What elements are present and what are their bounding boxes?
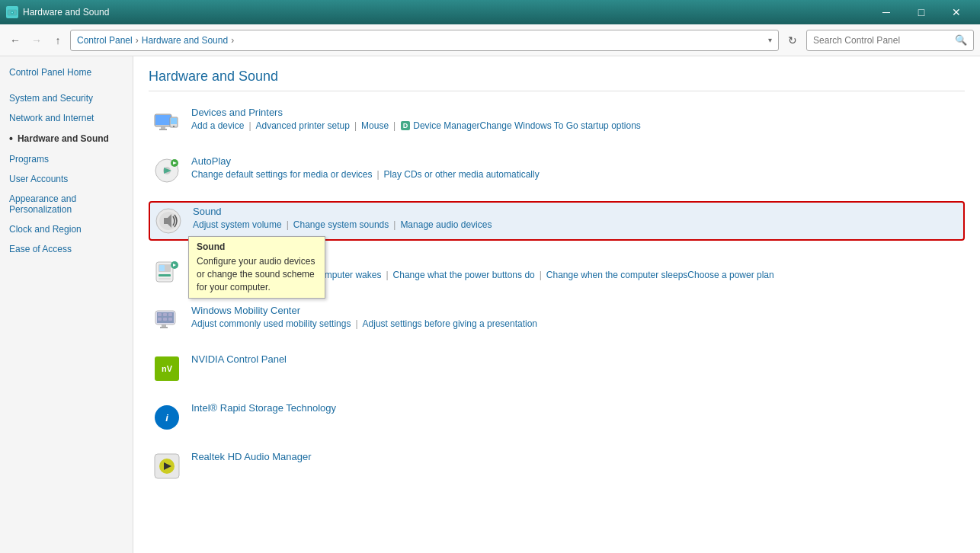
forward-button[interactable]: → xyxy=(27,31,46,50)
breadcrumb: Control Panel › Hardware and Sound › ▾ xyxy=(70,30,779,51)
devices-content: Devices and Printers Add a device | Adva… xyxy=(191,107,962,131)
main-container: Control Panel Home System and Security N… xyxy=(0,56,980,553)
svg-text:nV: nV xyxy=(162,364,173,373)
sidebar-item-home[interactable]: Control Panel Home xyxy=(0,62,133,82)
close-button[interactable]: ✕ xyxy=(939,0,974,24)
nvidia-content: NVIDIA Control Panel xyxy=(191,353,962,367)
devices-link-add[interactable]: Add a device xyxy=(191,120,244,131)
sound-title[interactable]: Sound xyxy=(193,206,960,217)
breadcrumb-hardwareandsound[interactable]: Hardware and Sound xyxy=(142,35,228,46)
power-link-buttons[interactable]: Change what the power buttons do xyxy=(393,270,535,280)
title-bar-left: Hardware and Sound xyxy=(6,6,109,18)
maximize-button[interactable]: □ xyxy=(904,0,939,24)
intel-content: Intel® Rapid Storage Technology xyxy=(191,402,962,416)
section-devices: Devices and Printers Add a device | Adva… xyxy=(149,104,965,140)
title-bar-icon xyxy=(6,6,18,18)
search-box: 🔍 xyxy=(806,30,974,51)
autoplay-content: AutoPlay Change default settings for med… xyxy=(191,155,962,180)
search-input[interactable] xyxy=(813,35,955,46)
sidebar-item-useraccounts[interactable]: User Accounts xyxy=(0,169,133,189)
svg-text:i: i xyxy=(165,412,168,424)
sound-content: Sound Adjust system volume | Change syst… xyxy=(193,206,960,230)
content-area: Hardware and Sound Devices and Printers … xyxy=(133,56,980,553)
section-mobility: Windows Mobility Center Adjust commonly … xyxy=(149,302,965,338)
devices-link-mouse[interactable]: Mouse xyxy=(361,120,389,131)
address-bar: ← → ↑ Control Panel › Hardware and Sound… xyxy=(0,24,980,56)
svg-rect-24 xyxy=(159,274,171,276)
sound-link-sounds[interactable]: Change system sounds xyxy=(293,219,389,230)
svg-rect-8 xyxy=(171,118,177,124)
svg-rect-37 xyxy=(168,318,172,321)
realtek-icon xyxy=(152,451,182,481)
sound-tooltip: Sound Configure your audio devices or ch… xyxy=(188,236,325,299)
sidebar-item-network[interactable]: Network and Internet xyxy=(0,108,133,128)
devices-link-printer[interactable]: Advanced printer setup xyxy=(256,120,350,131)
svg-rect-6 xyxy=(159,129,167,130)
devices-icon xyxy=(152,107,182,137)
sidebar: Control Panel Home System and Security N… xyxy=(0,56,133,553)
realtek-title[interactable]: Realtek HD Audio Manager xyxy=(191,451,962,462)
mobility-links: Adjust commonly used mobility settings |… xyxy=(191,318,962,329)
svg-rect-33 xyxy=(163,313,167,316)
title-bar: Hardware and Sound ─ □ ✕ xyxy=(0,0,980,24)
sidebar-item-appearance[interactable]: Appearance and Personalization xyxy=(0,189,133,219)
devices-title[interactable]: Devices and Printers xyxy=(191,107,962,118)
mobility-link-adjust[interactable]: Adjust commonly used mobility settings xyxy=(191,318,351,329)
sound-icon xyxy=(153,206,184,236)
mobility-content: Windows Mobility Center Adjust commonly … xyxy=(191,305,962,329)
sidebar-item-hardware[interactable]: Hardware and Sound xyxy=(0,128,133,149)
refresh-button[interactable]: ↻ xyxy=(782,30,803,51)
sidebar-item-ease[interactable]: Ease of Access xyxy=(0,239,133,259)
title-bar-title: Hardware and Sound xyxy=(23,7,109,18)
power-link-sleep[interactable]: Change when the computer sleeps xyxy=(546,270,687,280)
section-nvidia: nV NVIDIA Control Panel xyxy=(149,350,965,387)
svg-rect-36 xyxy=(163,318,167,321)
minimize-button[interactable]: ─ xyxy=(869,0,904,24)
sound-link-audio[interactable]: Manage audio devices xyxy=(400,219,492,230)
svg-rect-35 xyxy=(158,318,162,321)
mobility-title[interactable]: Windows Mobility Center xyxy=(191,305,962,316)
nvidia-icon: nV xyxy=(152,353,182,384)
autoplay-icon xyxy=(152,155,182,186)
search-icon: 🔍 xyxy=(955,34,967,46)
svg-rect-25 xyxy=(159,278,171,280)
autoplay-link-play[interactable]: Play CDs or other media automatically xyxy=(384,169,540,180)
svg-rect-23 xyxy=(159,265,165,271)
section-realtek: Realtek HD Audio Manager xyxy=(149,448,965,484)
svg-rect-5 xyxy=(161,126,165,129)
devices-link-startup[interactable]: Change Windows To Go startup options xyxy=(480,120,641,131)
nvidia-title[interactable]: NVIDIA Control Panel xyxy=(191,353,962,365)
devices-link-manager[interactable]: Device Manager xyxy=(413,120,479,131)
svg-rect-4 xyxy=(155,115,171,125)
back-button[interactable]: ← xyxy=(6,31,24,50)
title-bar-controls: ─ □ ✕ xyxy=(869,0,974,24)
svg-rect-34 xyxy=(168,313,172,316)
intel-title[interactable]: Intel® Rapid Storage Technology xyxy=(191,402,962,414)
devices-links: Add a device | Advanced printer setup | … xyxy=(191,120,962,131)
svg-point-9 xyxy=(173,126,175,127)
breadcrumb-controlpanel[interactable]: Control Panel xyxy=(77,35,133,46)
mobility-link-present[interactable]: Adjust settings before giving a presenta… xyxy=(363,318,537,329)
section-autoplay: AutoPlay Change default settings for med… xyxy=(149,152,965,189)
svg-rect-31 xyxy=(160,327,168,328)
sidebar-item-programs[interactable]: Programs xyxy=(0,149,133,169)
intel-icon: i xyxy=(152,402,182,433)
sidebar-item-clock[interactable]: Clock and Region xyxy=(0,219,133,239)
mobility-icon xyxy=(152,305,182,335)
autoplay-title[interactable]: AutoPlay xyxy=(191,155,962,167)
section-intel: i Intel® Rapid Storage Technology xyxy=(149,399,965,436)
breadcrumb-dropdown-icon: ▾ xyxy=(768,36,772,44)
sound-link-volume[interactable]: Adjust system volume xyxy=(193,219,282,230)
svg-rect-32 xyxy=(158,313,162,316)
section-sound: Sound Adjust system volume | Change syst… xyxy=(149,201,965,241)
sidebar-item-system[interactable]: System and Security xyxy=(0,88,133,108)
up-button[interactable]: ↑ xyxy=(49,31,67,50)
svg-rect-30 xyxy=(162,324,166,327)
sound-links: Adjust system volume | Change system sou… xyxy=(193,219,960,230)
realtek-content: Realtek HD Audio Manager xyxy=(191,451,962,465)
power-icon xyxy=(152,256,182,286)
power-link-plan[interactable]: Choose a power plan xyxy=(687,270,773,280)
devicemanager-icon-small: D xyxy=(400,120,411,131)
autoplay-link-default[interactable]: Change default settings for media or dev… xyxy=(191,169,372,180)
page-title: Hardware and Sound xyxy=(149,69,965,91)
